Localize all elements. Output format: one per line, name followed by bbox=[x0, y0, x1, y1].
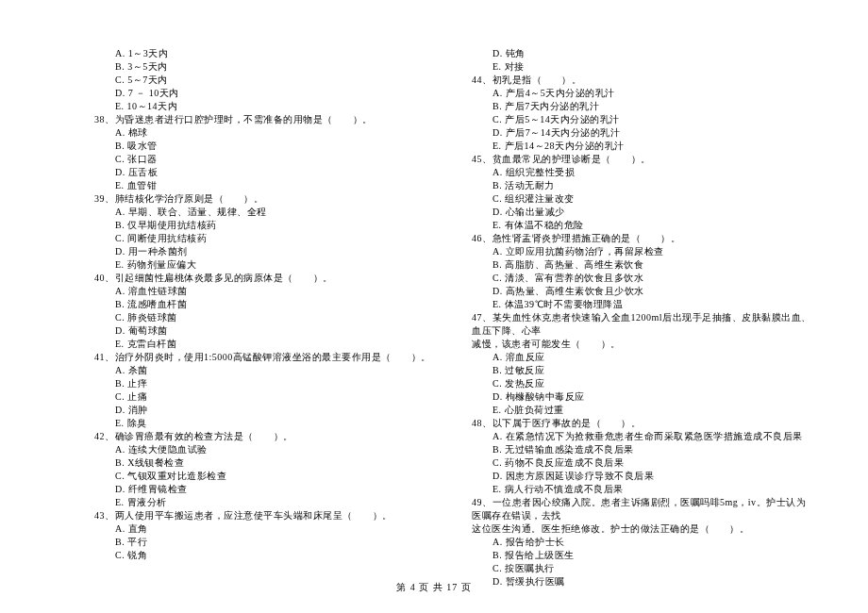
question-text: 46、急性肾盂肾炎护理措施正确的是（ ）。 bbox=[472, 232, 811, 245]
answer-option: E. 心脏负荷过重 bbox=[492, 404, 811, 417]
question-text: 49、一位患者因心绞痛入院。患者主诉痛剧烈，医嘱吗啡5mg，iv。护士认为医嘱存… bbox=[472, 496, 811, 522]
answer-option: D. 因患方原因延误诊疗导致不良后果 bbox=[492, 470, 811, 483]
answer-option: A. 直角 bbox=[115, 522, 434, 536]
answer-option: C. 5～7天内 bbox=[115, 74, 434, 87]
answer-option: A. 棉球 bbox=[115, 126, 434, 140]
answer-option: B. 过敏反应 bbox=[492, 364, 811, 377]
answer-option: E. 对接 bbox=[492, 60, 811, 74]
answer-option: E. 有体温不稳的危险 bbox=[492, 219, 811, 232]
answer-option: B. 高脂肪、高热量、高维生素饮食 bbox=[492, 258, 811, 272]
question-text: 42、确诊胃癌最有效的检查方法是（ ）。 bbox=[94, 430, 434, 443]
answer-option: E. 血管钳 bbox=[115, 179, 434, 192]
answer-option: D. 钝角 bbox=[492, 47, 811, 60]
answer-option: D. 纤维胃镜检查 bbox=[115, 483, 434, 496]
answer-option: E. 体温39℃时不需要物理降温 bbox=[492, 298, 811, 311]
question-text: 43、两人使用平车搬运患者，应注意使平车头端和床尾呈（ ）。 bbox=[94, 509, 434, 522]
answer-option: A. 立即应用抗菌药物治疗，再留尿检查 bbox=[492, 245, 811, 258]
answer-option: A. 报告给护士长 bbox=[492, 536, 811, 549]
question-text: 40、引起细菌性扁桃体炎最多见的病原体是（ ）。 bbox=[94, 272, 434, 285]
answer-option: A. 溶血反应 bbox=[492, 351, 811, 364]
left-column: A. 1～3天内B. 3～5天内C. 5～7天内D. 7 － 10天内E. 10… bbox=[94, 47, 462, 588]
right-column: D. 钝角E. 对接44、初乳是指（ ）。A. 产后4～5天内分泌的乳汁B. 产… bbox=[462, 47, 811, 588]
answer-option: D. 心输出量减少 bbox=[492, 206, 811, 219]
answer-option: D. 7 － 10天内 bbox=[115, 87, 434, 100]
question-text: 47、某失血性休克患者快速输入全血1200ml后出现手足抽搐、皮肤黏膜出血、血压… bbox=[472, 311, 811, 338]
answer-option: A. 在紧急情况下为抢救垂危患者生命而采取紧急医学措施造成不良后果 bbox=[492, 430, 811, 443]
answer-option: E. 克雷白杆菌 bbox=[115, 338, 434, 351]
question-continuation: 这位医生沟通。医生拒绝修改。护士的做法正确的是（ ）。 bbox=[472, 522, 811, 536]
answer-option: D. 高热量、高维生素饮食且少饮水 bbox=[492, 285, 811, 298]
question-text: 45、贫血最常见的护理诊断是（ ）。 bbox=[472, 153, 811, 166]
answer-option: D. 消肿 bbox=[115, 404, 434, 417]
answer-option: B. 吸水管 bbox=[115, 140, 434, 153]
answer-option: E. 病人行动不慎造成不良后果 bbox=[492, 483, 811, 496]
answer-option: D. 葡萄球菌 bbox=[115, 324, 434, 338]
question-text: 38、为昏迷患者进行口腔护理时，不需准备的用物是（ ）。 bbox=[94, 113, 434, 126]
answer-option: A. 杀菌 bbox=[115, 364, 434, 377]
answer-option: B. 止痒 bbox=[115, 377, 434, 390]
answer-option: B. 产后7天内分泌的乳汁 bbox=[492, 100, 811, 113]
answer-option: B. 活动无耐力 bbox=[492, 179, 811, 192]
answer-option: B. 平行 bbox=[115, 536, 434, 549]
answer-option: B. X线钡餐检查 bbox=[115, 456, 434, 470]
answer-option: B. 流感嗜血杆菌 bbox=[115, 298, 434, 311]
answer-option: A. 产后4～5天内分泌的乳汁 bbox=[492, 87, 811, 100]
answer-option: C. 间断使用抗结核药 bbox=[115, 232, 434, 245]
answer-option: D. 用一种杀菌剂 bbox=[115, 245, 434, 258]
question-continuation: 减慢，该患者可能发生（ ）。 bbox=[472, 338, 811, 351]
answer-option: C. 清淡、富有营养的饮食且多饮水 bbox=[492, 272, 811, 285]
answer-option: D. 枸橼酸钠中毒反应 bbox=[492, 390, 811, 404]
question-text: 39、肺结核化学治疗原则是（ ）。 bbox=[94, 192, 434, 206]
answer-option: C. 止痛 bbox=[115, 390, 434, 404]
answer-option: D. 产后7～14天内分泌的乳汁 bbox=[492, 126, 811, 140]
answer-option: E. 药物剂量应偏大 bbox=[115, 258, 434, 272]
answer-option: C. 锐角 bbox=[115, 549, 434, 562]
answer-option: B. 无过错输血感染造成不良后果 bbox=[492, 443, 811, 456]
answer-option: A. 连续大便隐血试验 bbox=[115, 443, 434, 456]
question-text: 41、治疗外阴炎时，使用1:5000高锰酸钾溶液坐浴的最主要作用是（ ）。 bbox=[94, 351, 434, 364]
answer-option: C. 按医嘱执行 bbox=[492, 562, 811, 575]
answer-option: B. 3～5天内 bbox=[115, 60, 434, 74]
answer-option: C. 气钡双重对比造影检查 bbox=[115, 470, 434, 483]
question-text: 48、以下属于医疗事故的是（ ）。 bbox=[472, 417, 811, 430]
page-footer: 第 4 页 共 17 页 bbox=[0, 581, 868, 594]
answer-option: C. 药物不良反应造成不良后果 bbox=[492, 456, 811, 470]
answer-option: C. 产后5～14天内分泌的乳汁 bbox=[492, 113, 811, 126]
answer-option: C. 组织灌注量改变 bbox=[492, 192, 811, 206]
answer-option: E. 10～14天内 bbox=[115, 100, 434, 113]
answer-option: C. 发热反应 bbox=[492, 377, 811, 390]
answer-option: D. 压舌板 bbox=[115, 166, 434, 179]
page-number: 第 4 页 共 17 页 bbox=[396, 582, 472, 592]
answer-option: E. 胃液分析 bbox=[115, 496, 434, 509]
answer-option: C. 张口器 bbox=[115, 153, 434, 166]
page-content: A. 1～3天内B. 3～5天内C. 5～7天内D. 7 － 10天内E. 10… bbox=[0, 0, 868, 588]
answer-option: A. 组织完整性受损 bbox=[492, 166, 811, 179]
answer-option: B. 报告给上级医生 bbox=[492, 549, 811, 562]
answer-option: B. 仅早期使用抗结核药 bbox=[115, 219, 434, 232]
answer-option: C. 肺炎链球菌 bbox=[115, 311, 434, 324]
answer-option: A. 溶血性链球菌 bbox=[115, 285, 434, 298]
answer-option: E. 产后14～28天内分泌的乳汁 bbox=[492, 140, 811, 153]
answer-option: A. 1～3天内 bbox=[115, 47, 434, 60]
answer-option: A. 早期、联合、适量、规律、全程 bbox=[115, 206, 434, 219]
answer-option: E. 除臭 bbox=[115, 417, 434, 430]
question-text: 44、初乳是指（ ）。 bbox=[472, 74, 811, 87]
